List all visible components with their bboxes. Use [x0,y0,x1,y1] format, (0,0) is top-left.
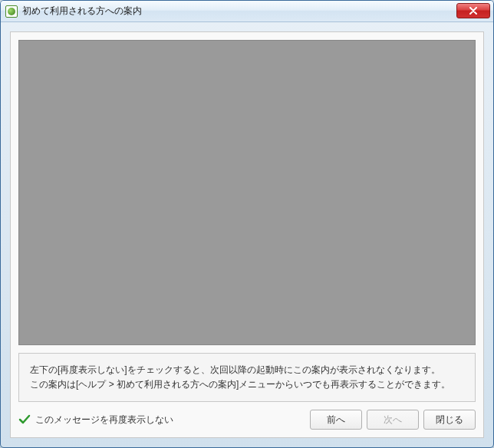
window-title: 初めて利用される方への案内 [22,5,456,18]
next-button: 次へ [367,410,419,430]
checkbox-label: このメッセージを再度表示しない [35,413,173,427]
titlebar: 初めて利用される方への案内 [1,1,493,22]
dialog-window: 初めて利用される方への案内 左下の[再度表示しない]をチェックすると、次回以降の… [0,0,494,448]
button-group: 前へ 次へ 閉じる [310,410,476,430]
info-box: 左下の[再度表示しない]をチェックすると、次回以降の起動時にこの案内が表示されな… [18,353,476,402]
guide-image-area [18,40,476,345]
content-area: 左下の[再度表示しない]をチェックすると、次回以降の起動時にこの案内が表示されな… [1,22,493,447]
info-line-1: 左下の[再度表示しない]をチェックすると、次回以降の起動時にこの案内が表示されな… [30,363,464,377]
dont-show-again-checkbox[interactable]: このメッセージを再度表示しない [18,413,310,427]
main-panel: 左下の[再度表示しない]をチェックすると、次回以降の起動時にこの案内が表示されな… [10,31,484,438]
prev-button[interactable]: 前へ [310,410,362,430]
app-icon [5,5,18,18]
footer: このメッセージを再度表示しない 前へ 次へ 閉じる [18,410,476,430]
close-button[interactable]: 閉じる [423,410,476,430]
info-line-2: この案内は[ヘルプ > 初めて利用される方への案内]メニューからいつでも再表示す… [30,377,464,392]
window-close-button[interactable] [456,3,490,18]
close-icon [469,7,478,15]
checkmark-icon [18,413,31,426]
